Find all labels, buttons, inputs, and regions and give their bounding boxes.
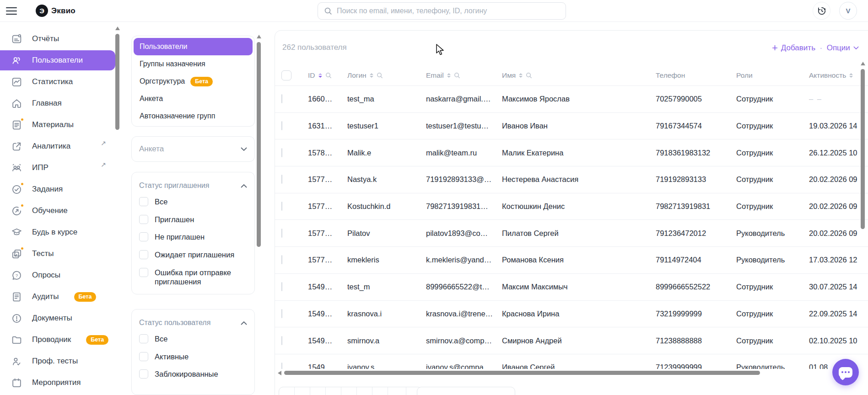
table-vertical-scrollbar[interactable] xyxy=(861,69,865,229)
sidebar-item-home[interactable]: Главная xyxy=(0,93,115,113)
tab-assignment-groups[interactable]: Группы назначения xyxy=(134,55,253,73)
sort-icon[interactable] xyxy=(519,73,523,78)
sidebar-item-prof-tests[interactable]: Проф. тесты xyxy=(0,351,115,371)
table-row[interactable]: 1660… test_ma naskarra@gmail.… Максимов … xyxy=(275,86,868,113)
sidebar-item-materials[interactable]: Материалы xyxy=(0,115,115,135)
table-row[interactable]: 1577… Kostuchkin.d 7982713919831… Костюш… xyxy=(275,193,868,220)
add-user-button[interactable]: + Добавить xyxy=(772,43,815,53)
sidebar-item-tasks[interactable]: Задания xyxy=(0,179,115,199)
tab-survey[interactable]: Анкета xyxy=(134,90,253,107)
sidebar-item-users[interactable]: Пользователи xyxy=(0,50,115,70)
checkbox-active-users[interactable]: Активные xyxy=(139,352,247,362)
column-header-name[interactable]: Имя xyxy=(502,71,516,80)
tab-auto-assignment[interactable]: Автоназначение групп xyxy=(134,107,253,125)
checkbox[interactable] xyxy=(139,232,148,241)
options-button[interactable]: Опции xyxy=(827,43,859,53)
tab-users[interactable]: Пользователи xyxy=(134,38,253,55)
row-checkbox[interactable] xyxy=(281,175,282,184)
sidebar-item-stay-tuned[interactable]: Будь в курсе xyxy=(0,222,115,242)
checkbox-blocked-users[interactable]: Заблокированные xyxy=(139,369,247,379)
sidebar-item-statistics[interactable]: Статистика xyxy=(0,72,115,92)
checkbox[interactable] xyxy=(139,268,148,277)
scrollbar-left-arrow[interactable] xyxy=(278,371,281,375)
checkbox[interactable] xyxy=(139,334,148,343)
sidebar-scrollbar[interactable] xyxy=(115,34,119,130)
pagination-page[interactable]: 4 xyxy=(341,387,357,395)
checkbox[interactable] xyxy=(139,215,148,224)
hamburger-menu-icon[interactable] xyxy=(6,7,17,15)
column-search-icon[interactable] xyxy=(377,72,383,79)
per-page-select[interactable]: 100 На странице xyxy=(417,387,515,395)
sidebar-item-events[interactable]: Мероприятия xyxy=(0,373,115,393)
column-header-activity[interactable]: Активность xyxy=(809,71,846,80)
column-header-roles[interactable]: Роли xyxy=(736,71,753,80)
column-search-icon[interactable] xyxy=(526,72,532,79)
pagination-prev[interactable]: ‹ xyxy=(279,387,295,395)
sidebar-item-analytics[interactable]: Аналитика ↗ xyxy=(0,136,115,156)
row-checkbox[interactable] xyxy=(281,121,282,130)
checkbox[interactable] xyxy=(139,250,148,259)
column-header-phone[interactable]: Телефон xyxy=(656,71,685,80)
sort-icon[interactable] xyxy=(849,73,853,78)
survey-filter-select[interactable]: Анкета xyxy=(131,136,255,162)
equio-logo[interactable]: Э Эквио xyxy=(36,5,75,17)
sidebar-item-ipr[interactable]: ИПР ↗ xyxy=(0,158,115,178)
scrollbar-up-arrow[interactable] xyxy=(257,35,261,38)
table-row[interactable]: 1549… smirnov.a smirnov.a@comp… Смирнов … xyxy=(275,327,868,354)
pagination-page[interactable]: 3 xyxy=(326,387,341,395)
sort-icon[interactable] xyxy=(318,73,322,78)
sidebar-item-surveys[interactable]: ? Опросы xyxy=(0,265,115,285)
column-search-icon[interactable] xyxy=(454,72,460,79)
sidebar-item-learning[interactable]: Обучение xyxy=(0,201,115,221)
avatar[interactable]: V xyxy=(839,2,857,20)
row-checkbox[interactable] xyxy=(281,309,282,318)
column-search-icon[interactable] xyxy=(325,72,332,79)
pagination-page[interactable]: 5 xyxy=(357,387,372,395)
horizontal-scrollbar[interactable] xyxy=(284,371,760,375)
column-header-login[interactable]: Логин xyxy=(347,71,367,80)
checkbox-invited[interactable]: Приглашен xyxy=(139,215,247,224)
sidebar-item-audits[interactable]: Аудиты Бета xyxy=(0,287,115,307)
sidebar-item-tests[interactable]: Тесты xyxy=(0,244,115,264)
checkbox[interactable] xyxy=(139,197,148,206)
pagination-page[interactable]: 14 xyxy=(388,387,406,395)
search-input[interactable] xyxy=(337,7,560,15)
filter-scrollbar[interactable] xyxy=(257,42,261,247)
sort-icon[interactable] xyxy=(447,73,451,78)
table-row[interactable]: 1631… testuser1 testuser1@testu… Иванов … xyxy=(275,113,868,140)
row-checkbox[interactable] xyxy=(281,202,282,211)
history-button[interactable] xyxy=(813,2,830,20)
invite-status-header[interactable]: Статус приглашения xyxy=(139,181,247,190)
select-all-checkbox[interactable] xyxy=(281,70,291,80)
scrollbar-up-arrow[interactable] xyxy=(861,62,865,65)
sort-icon[interactable] xyxy=(370,73,373,78)
pagination-page[interactable]: 2 xyxy=(310,387,326,395)
user-status-header[interactable]: Статус пользователя xyxy=(139,319,247,327)
table-row[interactable]: 1578… Malik.e malik@team.ru Малик Екатер… xyxy=(275,139,868,166)
scrollbar-up-arrow[interactable] xyxy=(115,27,120,30)
sidebar-item-explorer[interactable]: Проводник Бета xyxy=(0,330,115,350)
sidebar-item-documents[interactable]: Документы xyxy=(0,308,115,328)
row-checkbox[interactable] xyxy=(281,148,282,157)
table-row[interactable]: 1577… Pilatov pilatov1893@co… Пилатов Се… xyxy=(275,220,868,247)
pagination-page[interactable]: 1 xyxy=(295,387,310,395)
table-row[interactable]: 1549… test_m 89996665522@t… Максим Макси… xyxy=(275,274,868,301)
checkbox-user-all[interactable]: Все xyxy=(139,334,247,344)
row-checkbox[interactable] xyxy=(281,282,282,291)
sidebar-item-reports[interactable]: Отчёты xyxy=(0,29,115,49)
table-row[interactable]: 1577… Nastya.k 719192893133@… Нестерева … xyxy=(275,166,868,193)
table-row[interactable]: 1577… kmekleris k.mekleris@yand… Романов… xyxy=(275,247,868,274)
checkbox-invite-error[interactable]: Ошибка при отправке приглашения xyxy=(139,268,247,287)
row-checkbox[interactable] xyxy=(281,255,282,264)
table-row[interactable]: 1549… krasnova.i krasnova.i@trene… Красн… xyxy=(275,301,868,328)
row-checkbox[interactable] xyxy=(281,94,282,103)
column-header-id[interactable]: ID xyxy=(308,71,315,80)
support-chat-button[interactable] xyxy=(832,359,859,385)
checkbox-invite-all[interactable]: Все xyxy=(139,197,247,207)
row-checkbox[interactable] xyxy=(281,336,282,345)
row-checkbox[interactable] xyxy=(281,229,282,238)
checkbox-not-invited[interactable]: Не приглашен xyxy=(139,232,247,242)
tab-org-structure[interactable]: Оргструктура Бета xyxy=(134,73,253,90)
column-header-email[interactable]: Email xyxy=(426,71,444,80)
checkbox[interactable] xyxy=(139,369,148,379)
